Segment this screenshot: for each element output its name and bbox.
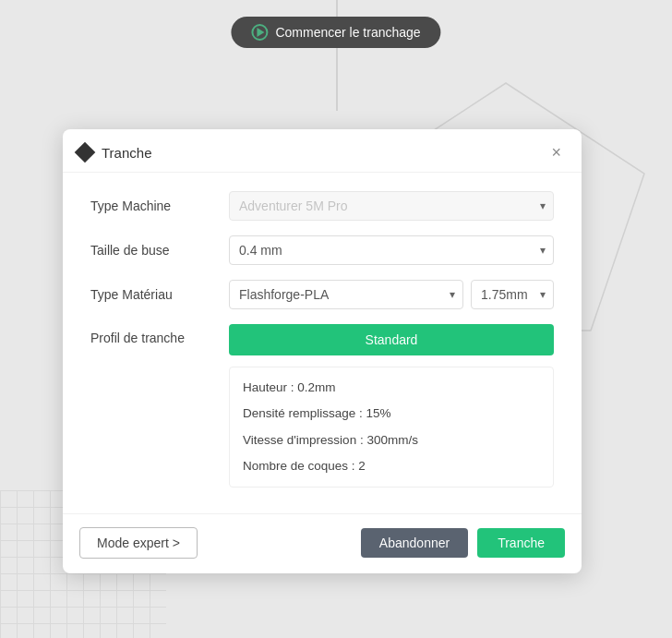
- dialog-footer: Mode expert > Abandonner Tranche: [63, 513, 582, 573]
- expert-mode-button[interactable]: Mode expert >: [79, 527, 198, 559]
- info-hauteur: Hauteur : 0.2mm: [243, 379, 540, 397]
- info-coques: Nombre de coques : 2: [243, 457, 540, 475]
- flashforge-logo: [76, 143, 94, 162]
- profil-tranche-row: Profil de tranche Standard Hauteur : 0.2…: [90, 324, 554, 488]
- type-materiau-size-select-wrapper: 1.75mm ▾: [471, 280, 554, 309]
- type-machine-row: Type Machine Adventurer 5M Pro ▾: [90, 191, 554, 221]
- tranche-dialog: Tranche × Type Machine Adventurer 5M Pro…: [63, 129, 582, 573]
- type-materiau-select[interactable]: Flashforge-PLA: [229, 280, 463, 309]
- dialog-body: Type Machine Adventurer 5M Pro ▾ Taille …: [63, 173, 582, 513]
- start-slicing-button[interactable]: Commencer le tranchage: [231, 17, 440, 48]
- dialog-title: Tranche: [102, 145, 151, 161]
- type-machine-select-wrapper: Adventurer 5M Pro ▾: [229, 191, 554, 221]
- info-densite: Densité remplissage : 15%: [243, 404, 540, 423]
- abandon-button[interactable]: Abandonner: [361, 528, 468, 558]
- close-button[interactable]: ×: [547, 142, 565, 163]
- taille-buse-row: Taille de buse 0.4 mm ▾: [90, 235, 554, 265]
- profil-tranche-content: Standard Hauteur : 0.2mm Densité remplis…: [229, 324, 554, 488]
- taille-buse-select-wrapper: 0.4 mm ▾: [229, 235, 554, 265]
- top-button-wrap: Commencer le tranchage: [231, 17, 440, 48]
- type-materiau-select-wrapper: Flashforge-PLA ▾: [229, 280, 463, 309]
- type-machine-select[interactable]: Adventurer 5M Pro: [229, 191, 554, 221]
- taille-buse-select[interactable]: 0.4 mm: [229, 235, 554, 265]
- dialog-header: Tranche ×: [63, 129, 582, 173]
- type-machine-label: Type Machine: [90, 199, 229, 213]
- start-slicing-label: Commencer le tranchage: [275, 25, 420, 40]
- type-materiau-size-select[interactable]: 1.75mm: [471, 280, 554, 309]
- type-materiau-control: Flashforge-PLA ▾ 1.75mm ▾: [229, 280, 554, 309]
- type-materiau-label: Type Matériau: [90, 287, 229, 302]
- info-vitesse: Vitesse d'impression : 300mm/s: [243, 431, 540, 450]
- type-materiau-row: Type Matériau Flashforge-PLA ▾ 1.75mm ▾: [90, 280, 554, 309]
- profil-standard-button[interactable]: Standard: [229, 324, 554, 355]
- profil-tranche-label: Profil de tranche: [90, 324, 229, 345]
- footer-right-buttons: Abandonner Tranche: [361, 528, 565, 558]
- profile-info-block: Hauteur : 0.2mm Densité remplissage : 15…: [229, 367, 554, 488]
- play-triangle-icon: [257, 28, 264, 37]
- dialog-title-group: Tranche: [76, 143, 151, 162]
- type-machine-control: Adventurer 5M Pro ▾: [229, 191, 554, 221]
- diamond-icon: [75, 142, 96, 163]
- play-icon: [251, 24, 268, 41]
- taille-buse-label: Taille de buse: [90, 243, 229, 258]
- taille-buse-control: 0.4 mm ▾: [229, 235, 554, 265]
- tranche-button[interactable]: Tranche: [477, 528, 565, 558]
